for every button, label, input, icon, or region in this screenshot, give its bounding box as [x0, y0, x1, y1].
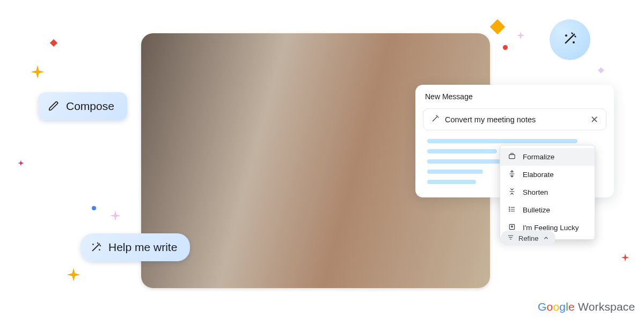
sparkle-icon — [30, 64, 46, 80]
decorative-dot — [92, 206, 96, 210]
sparkle-icon — [109, 209, 122, 222]
briefcase-icon — [508, 152, 516, 161]
svg-point-2 — [566, 35, 567, 36]
svg-rect-4 — [509, 155, 515, 159]
expand-icon — [508, 170, 516, 179]
panel-title: New Message — [415, 85, 614, 105]
compose-button[interactable]: Compose — [38, 92, 127, 120]
svg-point-7 — [509, 211, 510, 211]
menu-item-label: Formalize — [523, 153, 554, 161]
menu-item-label: Shorten — [523, 188, 548, 196]
workspace-text: Workspace — [578, 300, 635, 313]
decorative-diamond — [50, 39, 57, 47]
sparkle-icon — [17, 159, 25, 167]
list-icon — [508, 205, 516, 215]
refine-menu: Formalize Elaborate Shorten Bulletize I'… — [500, 145, 595, 240]
sparkle-icon — [620, 253, 630, 262]
compress-icon — [508, 188, 516, 197]
svg-point-3 — [573, 42, 574, 43]
sparkle-icon — [516, 31, 525, 40]
svg-point-0 — [93, 244, 93, 245]
prompt-input[interactable]: Convert my meeting notes ✕ — [423, 108, 606, 130]
svg-point-1 — [99, 249, 100, 250]
close-icon[interactable]: ✕ — [590, 115, 598, 124]
pencil-icon — [48, 100, 60, 112]
menu-item-formalize[interactable]: Formalize — [500, 148, 595, 166]
help-me-write-button[interactable]: Help me write — [80, 233, 190, 261]
menu-item-label: Elaborate — [523, 171, 554, 179]
refine-button[interactable]: Refine — [501, 231, 555, 246]
compose-label: Compose — [66, 100, 114, 113]
refine-label: Refine — [518, 234, 539, 242]
magic-wand-icon — [431, 114, 440, 124]
magic-circle — [550, 19, 590, 60]
decorative-dot — [503, 45, 508, 50]
svg-point-6 — [509, 209, 510, 209]
filter-icon — [507, 234, 514, 242]
decorative-diamond — [490, 19, 505, 34]
menu-item-shorten[interactable]: Shorten — [500, 183, 595, 201]
chevron-up-icon — [543, 234, 549, 242]
magic-wand-icon — [90, 241, 102, 253]
menu-item-bulletize[interactable]: Bulletize — [500, 201, 595, 219]
magic-wand-icon — [562, 31, 577, 48]
sparkle-icon — [65, 267, 82, 283]
google-workspace-logo: Google Workspace — [538, 300, 635, 313]
decorative-diamond — [598, 67, 604, 73]
svg-point-5 — [509, 207, 510, 208]
menu-item-label: Bulletize — [523, 206, 550, 214]
prompt-text: Convert my meeting notes — [445, 115, 536, 124]
menu-item-elaborate[interactable]: Elaborate — [500, 166, 595, 183]
help-me-write-label: Help me write — [108, 241, 177, 254]
